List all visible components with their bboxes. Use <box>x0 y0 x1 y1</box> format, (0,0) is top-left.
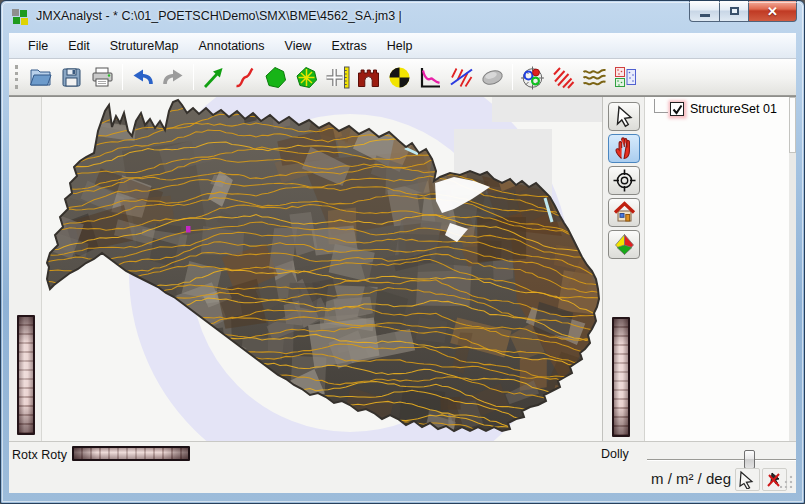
tunnel-profile-button[interactable] <box>353 62 384 92</box>
chart-plot-button[interactable] <box>415 62 446 92</box>
dolly-slider[interactable] <box>647 459 796 461</box>
toolbar-separator <box>193 64 194 90</box>
window-title: JMXAnalyst - * C:\01_POETSCH\Demo\SMX\BM… <box>36 9 402 23</box>
menu-annotations[interactable]: Annotations <box>188 35 274 57</box>
toolbar-grip[interactable] <box>15 65 19 89</box>
toolbar-separator <box>122 64 123 90</box>
quadrant-target-button[interactable] <box>384 62 415 92</box>
menu-bar: File Edit StrutureMap Annotations View E… <box>9 33 796 59</box>
app-icon <box>12 9 29 26</box>
window-resize-grip[interactable] <box>780 474 794 488</box>
app-window: JMXAnalyst - * C:\01_POETSCH\Demo\SMX\BM… <box>0 0 805 504</box>
view-tool-column <box>603 97 644 441</box>
stereonet-button[interactable] <box>517 62 548 92</box>
minimize-icon <box>700 14 710 17</box>
dolly-label: Dolly <box>601 447 629 461</box>
structure-tree-panel: StructureSet 01 <box>644 97 796 441</box>
units-label: m / m² / deg <box>9 470 731 487</box>
pattern-squares-icon <box>613 65 638 90</box>
print-icon <box>90 65 115 90</box>
menu-view[interactable]: View <box>275 35 322 57</box>
add-vector-button[interactable] <box>198 62 229 92</box>
ellipse-fit-button[interactable] <box>477 62 508 92</box>
chart-plot-icon <box>418 65 443 90</box>
orientation-disc-button[interactable] <box>608 230 640 259</box>
main-content: StructureSet 01 <box>9 96 796 441</box>
restore-button[interactable] <box>720 1 749 22</box>
measure-ruler-button[interactable] <box>322 62 353 92</box>
undo-button[interactable] <box>127 62 158 92</box>
add-vector-icon <box>201 65 226 90</box>
polygon-grid-icon <box>294 65 319 90</box>
tree-item-label: StructureSet 01 <box>690 102 777 116</box>
menu-file[interactable]: File <box>18 35 58 57</box>
menu-extras[interactable]: Extras <box>321 35 376 57</box>
save-icon <box>59 65 84 90</box>
menu-struturemap[interactable]: StrutureMap <box>100 35 189 57</box>
quadrant-target-icon <box>387 65 412 90</box>
checkmark-icon <box>672 104 683 115</box>
pan-hand-icon <box>612 136 637 161</box>
status-bar: Rotx Roty Dolly m / m² / deg <box>9 441 796 493</box>
close-icon: ✕ <box>767 5 778 18</box>
pan-hand-button[interactable] <box>608 134 640 163</box>
draw-polyline-icon <box>232 65 257 90</box>
left-panel-strip <box>9 97 41 441</box>
save-button[interactable] <box>56 62 87 92</box>
structureset-checkbox[interactable] <box>670 102 684 116</box>
cursor-icon <box>738 470 757 489</box>
title-bar[interactable]: JMXAnalyst - * C:\01_POETSCH\Demo\SMX\BM… <box>1 1 804 33</box>
pattern-squares-button[interactable] <box>610 62 641 92</box>
redo-button[interactable] <box>158 62 189 92</box>
stereonet-icon <box>520 65 545 90</box>
selection-marker <box>186 226 191 233</box>
left-rotation-slider[interactable] <box>17 315 35 435</box>
ellipse-fit-icon <box>480 65 505 90</box>
draw-polyline-button[interactable] <box>229 62 260 92</box>
strike-lines-button[interactable] <box>446 62 477 92</box>
open-file-button[interactable] <box>25 62 56 92</box>
cursor-mode-button[interactable] <box>735 468 760 491</box>
redo-icon <box>161 65 186 90</box>
center-target-icon <box>612 168 637 193</box>
joint-hatch-button[interactable] <box>548 62 579 92</box>
orientation-disc-icon <box>612 232 637 257</box>
terrain-scene <box>42 97 603 441</box>
select-pointer-button[interactable] <box>608 102 640 131</box>
home-view-button[interactable] <box>608 198 640 227</box>
main-toolbar <box>9 59 796 96</box>
wavy-traces-icon <box>582 65 607 90</box>
tree-item-structureset[interactable]: StructureSet 01 <box>654 102 777 116</box>
measure-ruler-icon <box>325 65 350 90</box>
menu-edit[interactable]: Edit <box>58 35 100 57</box>
right-rotation-slider[interactable] <box>612 317 630 437</box>
tree-connector <box>654 99 668 113</box>
strike-lines-icon <box>449 65 474 90</box>
draw-polygon-icon <box>263 65 288 90</box>
joint-hatch-icon <box>551 65 576 90</box>
minimize-button[interactable] <box>689 1 720 22</box>
close-button[interactable]: ✕ <box>749 1 797 22</box>
home-view-icon <box>612 200 637 225</box>
dolly-slider-thumb[interactable] <box>744 450 755 469</box>
print-button[interactable] <box>87 62 118 92</box>
select-pointer-icon <box>612 104 637 129</box>
rotx-roty-slider[interactable] <box>72 446 190 461</box>
tree-scrollbar[interactable] <box>789 97 796 441</box>
rot-sliders-label: Rotx Roty <box>12 448 67 462</box>
center-target-button[interactable] <box>608 166 640 195</box>
tunnel-profile-icon <box>356 65 381 90</box>
open-file-icon <box>28 65 53 90</box>
undo-icon <box>130 65 155 90</box>
restore-icon <box>730 7 739 15</box>
polygon-grid-button[interactable] <box>291 62 322 92</box>
tree-scrollbar-thumb[interactable] <box>789 97 796 153</box>
draw-polygon-button[interactable] <box>260 62 291 92</box>
menu-help[interactable]: Help <box>377 35 423 57</box>
wavy-traces-button[interactable] <box>579 62 610 92</box>
viewport-3d[interactable] <box>41 97 603 441</box>
toolbar-separator <box>512 64 513 90</box>
